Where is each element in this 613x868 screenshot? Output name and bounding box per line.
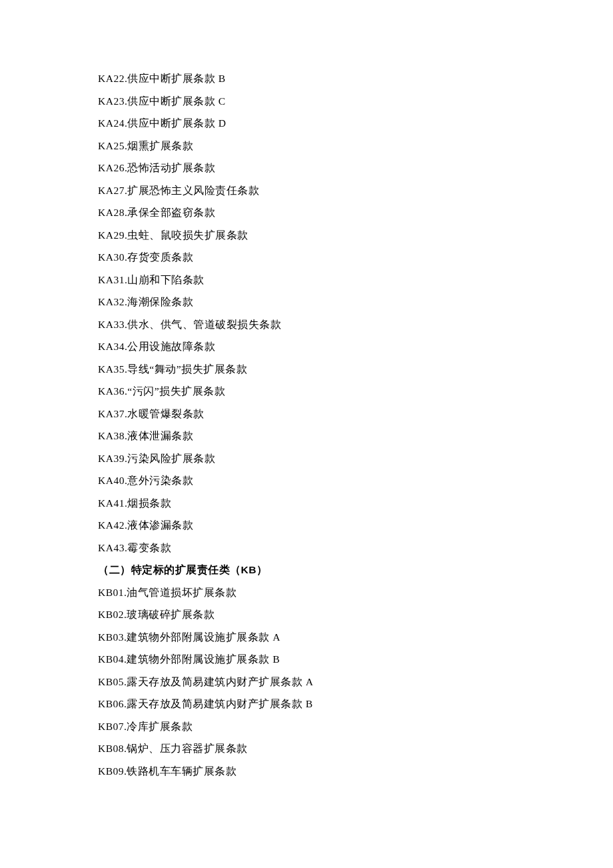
clause-item: KB04.建筑物外部附属设施扩展条款 B — [98, 654, 613, 665]
clause-item: KA25.烟熏扩展条款 — [98, 141, 613, 151]
clause-item: KA32.海潮保险条款 — [98, 297, 613, 307]
clause-item: KB01.油气管道损坏扩展条款 — [98, 587, 613, 598]
clause-item: KA42.液体渗漏条款 — [98, 520, 613, 531]
clause-item: KA39.污染风险扩展条款 — [98, 453, 613, 464]
clause-item: KA29.虫蛀、鼠咬损失扩展条款 — [98, 230, 613, 241]
clause-item: KA26.恐怖活动扩展条款 — [98, 163, 613, 173]
clause-item: KA35.导线“舞动”损失扩展条款 — [98, 364, 613, 375]
clause-item: KA41.烟损条款 — [98, 498, 613, 509]
clause-item: KA22.供应中断扩展条款 B — [98, 73, 613, 84]
clause-item: KB07.冷库扩展条款 — [98, 721, 613, 732]
section-heading-kb: （二）特定标的扩展责任类（KB） — [98, 565, 613, 575]
clause-item: KA36.“污闪”损失扩展条款 — [98, 386, 613, 397]
clause-item: KB03.建筑物外部附属设施扩展条款 A — [98, 632, 613, 643]
clause-item: KA24.供应中断扩展条款 D — [98, 118, 613, 129]
clause-item: KA40.意外污染条款 — [98, 475, 613, 486]
clause-item: KB08.锅炉、压力容器扩展条款 — [98, 743, 613, 754]
clause-item: KA38.液体泄漏条款 — [98, 431, 613, 441]
clause-item: KA28.承保全部盗窃条款 — [98, 207, 613, 218]
clause-item: KB06.露天存放及简易建筑内财产扩展条款 B — [98, 699, 613, 709]
clause-item: KA43.霉变条款 — [98, 543, 613, 553]
clause-item: KB02.玻璃破碎扩展条款 — [98, 609, 613, 620]
clause-item: KA33.供水、供气、管道破裂损失条款 — [98, 319, 613, 330]
clause-item: KA37.水暖管爆裂条款 — [98, 409, 613, 419]
clause-item: KB09.铁路机车车辆扩展条款 — [98, 766, 613, 777]
clause-item: KA30.存货变质条款 — [98, 252, 613, 263]
document-page: KA22.供应中断扩展条款 B KA23.供应中断扩展条款 C KA24.供应中… — [0, 0, 613, 868]
clause-item: KA27.扩展恐怖主义风险责任条款 — [98, 185, 613, 196]
clause-item: KA34.公用设施故障条款 — [98, 341, 613, 352]
clause-item: KA31.山崩和下陷条款 — [98, 275, 613, 285]
clause-item: KA23.供应中断扩展条款 C — [98, 96, 613, 107]
clause-item: KB05.露天存放及简易建筑内财产扩展条款 A — [98, 677, 613, 687]
